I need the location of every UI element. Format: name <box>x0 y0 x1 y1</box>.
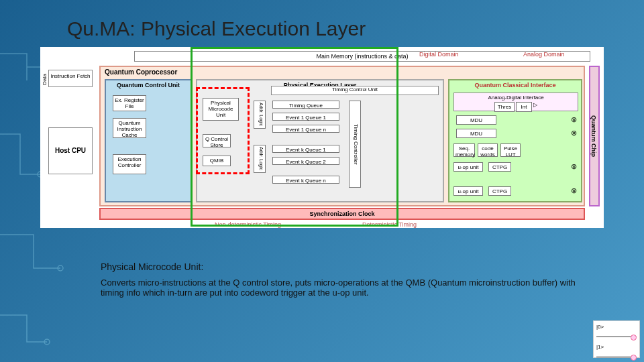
execution-controller: Execution Controller <box>113 154 146 174</box>
ctpg-2: CTPG <box>488 186 511 196</box>
mixer-icon: ⊗ <box>571 162 577 171</box>
adc-icon: ▷ <box>533 102 537 112</box>
caption-body: Converts micro-instructions at the Q con… <box>101 278 590 298</box>
mixer-icon: ⊗ <box>571 115 577 124</box>
uop-unit-1: u-op unit <box>453 162 483 172</box>
coprocessor-label: Quantum Coprocessor <box>105 68 177 76</box>
quantum-instruction-cache: Quantum Instruction Cache <box>113 118 146 138</box>
quantum-control-unit: Quantum Control Unit Ex. Register File Q… <box>105 79 192 202</box>
ket-1-label: |1> <box>596 344 604 350</box>
adi-label: Analog-Digital Interface <box>488 95 543 101</box>
digital-domain-label: Digital Domain <box>419 51 459 58</box>
analog-digital-interface: Analog-Digital Interface Thres Int ▷ <box>453 93 578 111</box>
caption-heading: Physical Microcode Unit: <box>101 261 590 272</box>
analog-domain-label: Analog Domain <box>523 51 565 58</box>
instruction-fetch-box: Instruction Fetch <box>48 70 93 87</box>
host-cpu-box: Host CPU <box>48 127 93 174</box>
code-words: code words <box>478 143 498 157</box>
architecture-diagram: Data Instruction Fetch Host CPU Main Mem… <box>40 47 604 228</box>
qci-label: Quantum Classical Interface <box>449 80 581 90</box>
caption-block: Physical Microcode Unit: Converts micro-… <box>101 261 590 298</box>
mdu-1: MDU <box>456 115 496 125</box>
qcu-label: Quantum Control Unit <box>106 80 191 90</box>
quantum-chip: Quantum Chip <box>589 66 600 206</box>
pel-highlight <box>191 47 398 227</box>
mixer-icon: ⊗ <box>571 129 577 137</box>
thres-box: Thres <box>494 102 515 112</box>
pulse-lut: Pulse LUT <box>500 143 521 157</box>
int-box: Int <box>516 102 532 112</box>
ket-0-label: |0> <box>596 324 604 330</box>
quantum-circuit-icon: |0> |1> <box>593 320 640 358</box>
uop-unit-2: u-op unit <box>453 186 483 196</box>
mdu-2: MDU <box>456 129 496 138</box>
ex-register-file: Ex. Register File <box>113 95 146 111</box>
page-title: Qu.MA: Physical Execution Layer <box>67 17 366 40</box>
mixer-icon: ⊗ <box>571 186 577 195</box>
ctpg-1: CTPG <box>488 162 511 172</box>
data-label: Data <box>42 74 48 85</box>
quantum-classical-interface: Quantum Classical Interface Analog-Digit… <box>448 79 582 202</box>
seq-memory: Seq. memory <box>453 143 475 157</box>
